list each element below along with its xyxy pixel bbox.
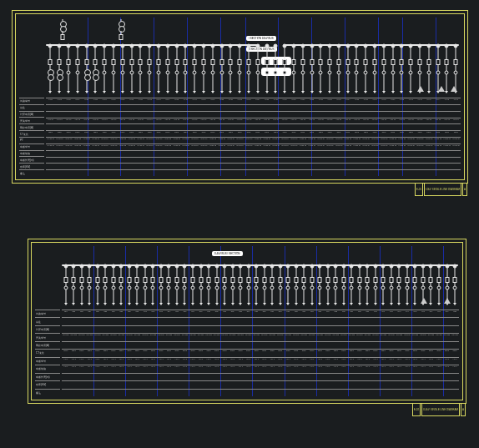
title-dwg-no-2: E-02 bbox=[412, 403, 421, 416]
row-header: 备注 bbox=[19, 169, 44, 176]
feeder bbox=[190, 46, 199, 96]
table-cell: - bbox=[226, 170, 235, 177]
feeder bbox=[276, 266, 285, 306]
feeder bbox=[340, 266, 348, 306]
row-header: 功率(kW) bbox=[35, 380, 60, 388]
table-cell: - bbox=[316, 170, 325, 177]
table-cell: - bbox=[411, 390, 420, 397]
feeder bbox=[172, 46, 181, 96]
title-dwg-no: E-01 bbox=[415, 183, 423, 196]
table-cell: - bbox=[260, 390, 269, 397]
table-cell: - bbox=[335, 170, 344, 177]
feeder bbox=[236, 266, 245, 306]
feeder bbox=[424, 46, 433, 96]
table-cell: - bbox=[298, 170, 307, 177]
table-cell: - bbox=[300, 390, 308, 397]
row-header: 功率(kW) bbox=[19, 163, 44, 169]
table-cell: - bbox=[262, 170, 271, 177]
drawing-sheet-2[interactable]: 0.4kV BUS I SECTION 回路编号用途计算电流(A)开关型号额定电… bbox=[28, 239, 466, 404]
table-cell: - bbox=[136, 170, 145, 177]
row-header: PT bbox=[19, 137, 44, 143]
feeder bbox=[157, 266, 165, 306]
outgoing-xfmr-icon-4 bbox=[421, 298, 427, 304]
table-cell: - bbox=[348, 390, 356, 397]
feeder bbox=[335, 46, 344, 96]
table-cell: - bbox=[73, 170, 82, 177]
feeder bbox=[411, 266, 420, 306]
feeder-band-2 bbox=[62, 266, 459, 306]
feeder bbox=[271, 46, 280, 96]
cad-canvas[interactable]: I SECTION 10kV BUS II SECTION 10kV BUS 回… bbox=[0, 0, 479, 448]
table-cell: - bbox=[361, 170, 371, 177]
feeder bbox=[154, 46, 164, 96]
table-cell: - bbox=[82, 170, 91, 177]
feeder bbox=[403, 266, 411, 306]
table-cell: - bbox=[189, 390, 197, 397]
table-cell: - bbox=[388, 170, 397, 177]
feeder bbox=[325, 46, 335, 96]
row-header: 额定电流(A) bbox=[19, 123, 44, 130]
table-cell: - bbox=[324, 390, 332, 397]
table-cell: - bbox=[157, 390, 165, 397]
feeder bbox=[268, 266, 276, 306]
feeder bbox=[308, 266, 316, 306]
table-cell: - bbox=[109, 390, 118, 397]
outgoing-xfmr-icon-3 bbox=[451, 86, 457, 92]
feeder bbox=[145, 46, 154, 96]
feeder bbox=[352, 46, 361, 96]
feeder bbox=[217, 46, 226, 96]
feeder bbox=[371, 46, 380, 96]
drawing-sheet-1[interactable]: I SECTION 10kV BUS II SECTION 10kV BUS 回… bbox=[12, 10, 468, 184]
row-header: 用途 bbox=[35, 317, 60, 325]
feeder bbox=[197, 266, 205, 306]
feeder bbox=[127, 46, 136, 96]
row-header: 额定电流(A) bbox=[35, 341, 60, 349]
table-cell: - bbox=[364, 390, 372, 397]
feeder bbox=[397, 46, 406, 96]
table-cell: - bbox=[172, 170, 181, 177]
row-header: 电缆长度(m) bbox=[19, 156, 44, 163]
table-cell: - bbox=[280, 170, 290, 177]
table-cell: - bbox=[332, 390, 340, 397]
row-header: CT变比 bbox=[35, 349, 60, 356]
row-header: CT变比 bbox=[19, 130, 44, 137]
row-header: 回路编号 bbox=[35, 310, 60, 317]
table-cell: - bbox=[91, 170, 100, 177]
table-cell: - bbox=[236, 390, 245, 397]
table-cell: - bbox=[86, 390, 94, 397]
table-cell: - bbox=[55, 170, 64, 177]
table-cell: - bbox=[387, 390, 396, 397]
schedule-table-2: 回路编号用途计算电流(A)开关型号额定电流(A)CT变比电缆型号电缆规格电缆长度… bbox=[35, 310, 459, 396]
table-cell: - bbox=[163, 170, 172, 177]
outgoing-xfmr-icon-2 bbox=[438, 86, 445, 92]
title-rev: A bbox=[462, 183, 467, 196]
feeder bbox=[253, 46, 262, 96]
table-cell: - bbox=[62, 390, 70, 397]
feeder bbox=[316, 46, 325, 96]
feeder bbox=[355, 266, 364, 306]
bus-label-left: I SECTION 10kV BUS bbox=[246, 36, 276, 41]
table-cell: - bbox=[371, 170, 380, 177]
feeder bbox=[82, 46, 91, 96]
table-cell: - bbox=[355, 390, 364, 397]
table-cell: - bbox=[125, 390, 134, 397]
feeder bbox=[46, 46, 55, 96]
table-cell: - bbox=[316, 390, 325, 397]
feeder bbox=[109, 266, 118, 306]
title-text-2: 0.4kV SINGLE LINE DIAGRAM bbox=[421, 403, 460, 416]
feeder bbox=[173, 266, 181, 306]
feeder bbox=[379, 46, 388, 96]
table-cell: - bbox=[181, 390, 189, 397]
outgoing-xfmr-icon-5 bbox=[444, 298, 451, 304]
feeder bbox=[380, 266, 388, 306]
table-cell: - bbox=[70, 390, 78, 397]
feeder bbox=[109, 46, 118, 96]
table-cell: - bbox=[340, 390, 348, 397]
table-cell: - bbox=[435, 390, 443, 397]
feeder bbox=[204, 266, 213, 306]
feeder bbox=[427, 266, 436, 306]
feeder bbox=[102, 266, 110, 306]
incoming-1 bbox=[54, 19, 71, 39]
feeder bbox=[91, 46, 100, 96]
feeder-band-1 bbox=[46, 46, 461, 96]
